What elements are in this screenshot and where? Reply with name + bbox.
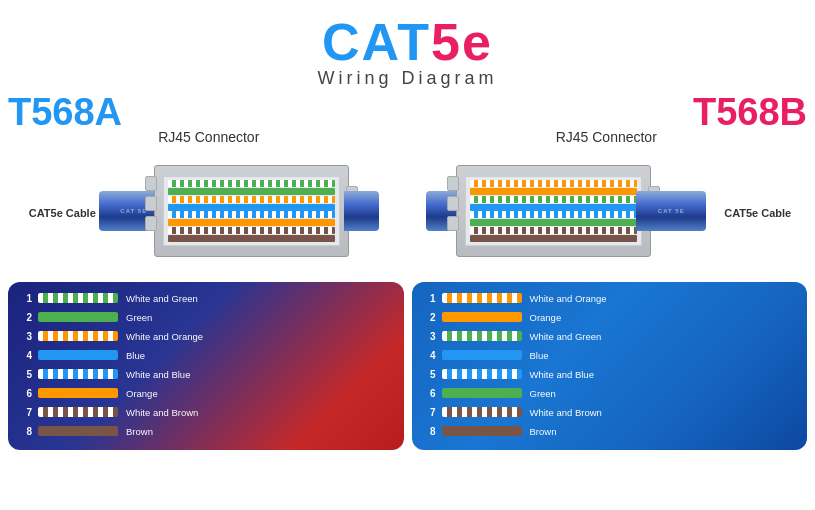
t568b-connector-block: RJ45 Connector <box>416 129 796 278</box>
wire-sample-b7 <box>442 407 522 417</box>
pin-row-a3: 3 White and Orange <box>20 328 392 344</box>
clip-top <box>145 176 157 191</box>
t568a-cable-label: CAT5e Cable <box>29 207 96 219</box>
wire-sample-a5 <box>38 369 118 379</box>
pin-row-b6: 6 Green <box>424 385 796 401</box>
t568b-panel: 1 White and Orange 2 Orange 3 White and … <box>412 282 808 450</box>
title-cat: CAT <box>322 13 431 71</box>
t568b-cable-label: CAT5e Cable <box>724 207 791 219</box>
pin-row-a1: 1 White and Green <box>20 290 392 306</box>
wire-b3 <box>470 196 637 203</box>
t568a-connector-block: RJ45 Connector CAT5e Cable CAT 5E <box>19 129 399 278</box>
wire-4 <box>168 204 335 211</box>
t568b-rj45: CAT 5E <box>426 153 706 273</box>
pin-row-b4: 4 Blue <box>424 347 796 363</box>
wire-b4 <box>470 204 637 211</box>
standard-labels: T568A T568B <box>0 91 815 134</box>
pin-row-a6: 6 Orange <box>20 385 392 401</box>
wire-8 <box>168 235 335 242</box>
wire-sample-b8 <box>442 426 522 436</box>
wire-b5 <box>470 211 637 218</box>
diagram-area: RJ45 Connector CAT5e Cable CAT 5E <box>0 129 815 278</box>
t568a-panel: 1 White and Green 2 Green 3 White and Or… <box>8 282 404 450</box>
clip-b-mid <box>447 196 459 211</box>
wire-label-a6: Orange <box>126 388 158 399</box>
wire-sample-b3 <box>442 331 522 341</box>
pin-row-b7: 7 White and Brown <box>424 404 796 420</box>
connector-housing <box>154 165 349 257</box>
cable-tube-right-b: CAT 5E <box>636 191 706 231</box>
pin-num-a5: 5 <box>20 369 32 380</box>
wire-6 <box>168 219 335 226</box>
clip-bot <box>145 216 157 231</box>
wire-label-a1: White and Green <box>126 293 198 304</box>
wire-b7 <box>470 227 637 234</box>
wire-sample-b2 <box>442 312 522 322</box>
pin-num-b7: 7 <box>424 407 436 418</box>
pin-row-b3: 3 White and Green <box>424 328 796 344</box>
main-title: CAT5e <box>0 12 815 72</box>
cable-text-left: CAT 5E <box>120 208 147 214</box>
pin-num-a2: 2 <box>20 312 32 323</box>
wire-label-b7: White and Brown <box>530 407 602 418</box>
pin-num-b2: 2 <box>424 312 436 323</box>
wire-sample-b4 <box>442 350 522 360</box>
wire-label-b8: Brown <box>530 426 557 437</box>
t568b-label: T568B <box>693 91 807 134</box>
subtitle: Wiring Diagram <box>0 68 815 89</box>
pin-num-b6: 6 <box>424 388 436 399</box>
wire-sample-b6 <box>442 388 522 398</box>
pin-num-b4: 4 <box>424 350 436 361</box>
wire-sample-a1 <box>38 293 118 303</box>
wire-3 <box>168 196 335 203</box>
wire-sample-b1 <box>442 293 522 303</box>
pin-num-a8: 8 <box>20 426 32 437</box>
pin-num-b1: 1 <box>424 293 436 304</box>
cable-tube-right <box>344 191 379 231</box>
pin-row-a8: 8 Brown <box>20 423 392 439</box>
wire-label-b5: White and Blue <box>530 369 594 380</box>
wire-label-a3: White and Orange <box>126 331 203 342</box>
pin-row-a4: 4 Blue <box>20 347 392 363</box>
wire-1 <box>168 180 335 187</box>
pin-num-b8: 8 <box>424 426 436 437</box>
wire-label-a7: White and Brown <box>126 407 198 418</box>
wire-sample-a2 <box>38 312 118 322</box>
wire-label-b1: White and Orange <box>530 293 607 304</box>
wire-label-a8: Brown <box>126 426 153 437</box>
t568a-label: T568A <box>8 91 122 134</box>
t568b-connector-label: RJ45 Connector <box>556 129 657 145</box>
wire-label-b2: Orange <box>530 312 562 323</box>
wire-7 <box>168 227 335 234</box>
pin-num-a6: 6 <box>20 388 32 399</box>
wire-sample-a6 <box>38 388 118 398</box>
pin-num-a4: 4 <box>20 350 32 361</box>
wire-channels-b <box>465 176 642 246</box>
wire-b1 <box>470 180 637 187</box>
pin-row-b1: 1 White and Orange <box>424 290 796 306</box>
wire-channels <box>163 176 340 246</box>
wire-label-a4: Blue <box>126 350 145 361</box>
pin-num-a3: 3 <box>20 331 32 342</box>
clip-mid <box>145 196 157 211</box>
wire-label-b4: Blue <box>530 350 549 361</box>
t568a-connector-label: RJ45 Connector <box>158 129 259 145</box>
cable-text-right: CAT 5E <box>658 208 685 214</box>
clip-b-top <box>447 176 459 191</box>
title-5e: 5e <box>431 13 493 71</box>
clip-b-bot <box>447 216 459 231</box>
pin-row-b8: 8 Brown <box>424 423 796 439</box>
wire-5 <box>168 211 335 218</box>
wire-sample-a4 <box>38 350 118 360</box>
t568b-diagram: CAT 5E CAT5e Cable <box>426 148 786 278</box>
wire-label-a2: Green <box>126 312 152 323</box>
pin-row-b2: 2 Orange <box>424 309 796 325</box>
pin-row-a2: 2 Green <box>20 309 392 325</box>
wire-b6 <box>470 219 637 226</box>
pin-num-a1: 1 <box>20 293 32 304</box>
t568a-rj45: CAT 5E <box>99 153 379 273</box>
wire-label-b3: White and Green <box>530 331 602 342</box>
wire-sample-a8 <box>38 426 118 436</box>
wire-2 <box>168 188 335 195</box>
panels-area: 1 White and Green 2 Green 3 White and Or… <box>0 278 815 450</box>
